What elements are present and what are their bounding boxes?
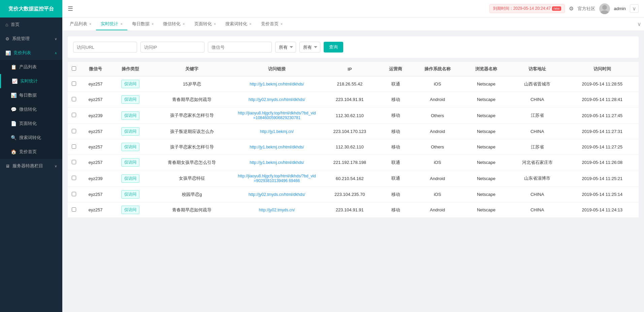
cell-time: 2019-05-14 11:28:41 (566, 92, 639, 107)
sidebar-item-product-list[interactable]: 📋 产品列表 (0, 60, 62, 74)
action-button[interactable]: 仅访问 (121, 127, 139, 136)
sidebar-item-bidding-home[interactable]: 🏠 竞价首页 (0, 145, 62, 159)
row-checkbox-8[interactable] (72, 207, 76, 212)
url-input[interactable] (73, 42, 137, 53)
cell-location: CHINA (509, 92, 566, 107)
action-button[interactable]: 仅访问 (121, 206, 139, 214)
cell-ip: 223.104.235.70 (319, 187, 380, 202)
server-icon: 🖥 (5, 164, 10, 169)
cell-ip: 223.104.91.91 (319, 92, 380, 107)
cell-keyword: 青春期女孩早恋怎么引导 (150, 155, 234, 170)
table-row: eyz257 仅访问 15岁早恋 http://jy1.bekmj.cn/htm… (68, 76, 639, 92)
cell-ip: 223.104.91.91 (319, 202, 380, 218)
row-checkbox-6[interactable] (72, 176, 76, 180)
tab-product-list[interactable]: 产品列表 × (65, 18, 96, 30)
row-checkbox-5[interactable] (72, 160, 76, 164)
bidding-home-icon: 🏠 (11, 149, 17, 154)
sidebar-item-home[interactable]: ⌂ 首页 (0, 18, 62, 32)
tab-bidding-home-close[interactable]: × (281, 22, 283, 26)
realtime-icon: 📈 (12, 78, 18, 84)
settings-icon[interactable]: ⚙ (569, 5, 574, 12)
search-button[interactable]: 查询 (324, 42, 343, 53)
cell-os: iOS (411, 187, 463, 202)
cell-browser: Netscape (463, 187, 509, 202)
row-checkbox-3[interactable] (72, 129, 76, 133)
action-button[interactable]: 仅访问 (121, 190, 139, 199)
cell-keyword: 青春期早恋如何疏导 (150, 202, 234, 218)
action-button[interactable]: 仅访问 (121, 111, 139, 120)
action-button[interactable]: 仅访问 (121, 143, 139, 151)
cell-os: iOS (411, 76, 463, 92)
cell-keyword: 女孩早恋特征 (150, 170, 234, 187)
sidebar-daily-label: 每日数据 (19, 92, 37, 98)
tab-daily-data-label: 每日数据 (132, 21, 150, 27)
tab-wechat-convert[interactable]: 微信转化 × (158, 18, 189, 30)
row-checkbox-7[interactable] (72, 192, 76, 196)
sidebar: 竞价大数据监控平台 ⌂ 首页 ⚙ 系统管理 ∨ 📊 竞价列表 ∧ 📋 产品列表 … (0, 0, 62, 312)
tab-daily-data-close[interactable]: × (152, 22, 154, 26)
tab-product-list-close[interactable]: × (89, 22, 91, 26)
row-checkbox-1[interactable] (72, 97, 76, 101)
expand-button[interactable]: ∨ (630, 4, 639, 13)
cell-time: 2019-05-14 11:24:13 (566, 202, 639, 218)
community-link[interactable]: 官方社区 (578, 6, 595, 12)
tab-realtime-stats[interactable]: 实时统计 × (96, 18, 127, 30)
filter-select-1[interactable]: 所有 (275, 42, 296, 53)
sidebar-item-system[interactable]: ⚙ 系统管理 ∨ (0, 32, 62, 46)
select-all-checkbox[interactable] (72, 66, 76, 71)
cell-ip: 221.192.178.198 (319, 155, 380, 170)
table-body: eyz257 仅访问 15岁早恋 http://jy1.bekmj.cn/htm… (68, 76, 639, 218)
cell-location: 山西省晋城市 (509, 76, 566, 92)
sidebar-item-bidding-list[interactable]: 📊 竞价列表 ∧ (0, 46, 62, 60)
sidebar-item-wechat-convert[interactable]: 💬 微信转化 (0, 102, 62, 116)
tab-realtime-stats-close[interactable]: × (120, 22, 122, 26)
action-button[interactable]: 仅访问 (121, 174, 139, 183)
cell-time: 2019-05-14 11:25:14 (566, 187, 639, 202)
ip-input[interactable] (140, 42, 204, 53)
sidebar-item-realtime-stats[interactable]: 📈 实时统计 (0, 74, 62, 88)
tab-bidding-home[interactable]: 竞价首页 × (256, 18, 287, 30)
cell-browser: Netscape (463, 139, 509, 155)
tab-page-convert-close[interactable]: × (214, 22, 216, 26)
cell-wechat: eyz257 (80, 92, 111, 107)
cell-browser: Netscape (463, 124, 509, 139)
sidebar-item-page-convert[interactable]: 📄 页面转化 (0, 116, 62, 131)
cell-wechat: eyz239 (80, 107, 111, 124)
data-table: 微信号 操作类型 关键字 访问链接 IP 运营商 操作系统名称 浏览器名称 访客… (68, 62, 639, 218)
cell-ip: 112.30.62.110 (319, 139, 380, 155)
cell-time: 2019-05-14 11:27:45 (566, 107, 639, 124)
cell-url: http://jy1.bekmj.cn/html/dkhds/ (234, 76, 319, 92)
cell-action: 仅访问 (111, 76, 150, 92)
filter-select-2[interactable]: 所有 (299, 42, 320, 53)
tab-search-convert-close[interactable]: × (249, 22, 251, 26)
cell-browser: Netscape (463, 155, 509, 170)
sidebar-item-server-special[interactable]: 🖥 服务器特惠栏目 ∨ (0, 159, 62, 173)
main-content: ☰ 到期时间：2029-05-14 20:24:47 new ⚙ 官方社区 ad… (62, 0, 644, 312)
bidding-list-icon: 📊 (5, 50, 11, 56)
sidebar-system-label: 系统管理 (12, 36, 30, 42)
sidebar-search-label: 搜索词转化 (19, 135, 41, 141)
tab-wechat-convert-close[interactable]: × (183, 22, 185, 26)
cell-ip: 223.104.170.123 (319, 124, 380, 139)
action-button[interactable]: 仅访问 (121, 95, 139, 104)
tab-search-convert[interactable]: 搜索词转化 × (221, 18, 256, 30)
action-button[interactable]: 仅访问 (121, 158, 139, 167)
cell-time: 2019-05-14 11:27:25 (566, 139, 639, 155)
row-checkbox-0[interactable] (72, 81, 76, 86)
row-checkbox-4[interactable] (72, 144, 76, 149)
table-row: eyz257 仅访问 孩子早恋家长怎样引导 http://jy1.bekmj.c… (68, 139, 639, 155)
sidebar-item-daily-data[interactable]: 📊 每日数据 (0, 88, 62, 102)
sidebar-item-search-convert[interactable]: 🔍 搜索词转化 (0, 131, 62, 145)
tab-page-convert[interactable]: 页面转化 × (190, 18, 221, 30)
action-button[interactable]: 仅访问 (121, 80, 139, 88)
tab-daily-data[interactable]: 每日数据 × (127, 18, 158, 30)
tab-product-list-label: 产品列表 (70, 21, 87, 27)
row-checkbox-2[interactable] (72, 113, 76, 117)
hamburger-icon[interactable]: ☰ (68, 5, 73, 12)
tabs-expand-icon[interactable]: ∨ (637, 21, 641, 27)
cell-wechat: eyz239 (80, 170, 111, 187)
row-checkbox-cell (68, 170, 80, 187)
wechat-input[interactable] (208, 42, 272, 53)
cell-wechat: eyz257 (80, 202, 111, 218)
cell-url: http://jy1.bekmj.cn/ (234, 124, 319, 139)
